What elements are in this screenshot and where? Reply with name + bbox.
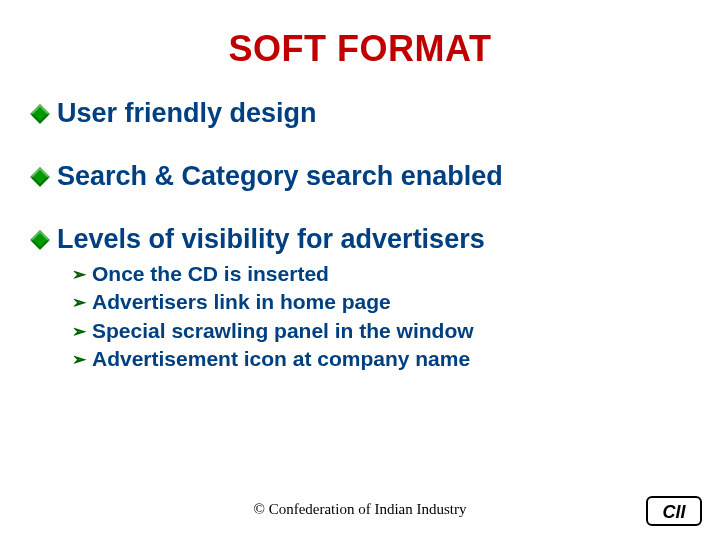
diamond-bullet-icon: [30, 167, 50, 187]
sub-bullet-text: Advertisers link in home page: [92, 289, 391, 315]
sub-bullet-item: ➢ Advertisement icon at company name: [72, 346, 690, 372]
bullet-item: Search & Category search enabled: [30, 161, 690, 192]
cii-logo: CII: [646, 496, 702, 526]
sub-bullet-item: ➢ Advertisers link in home page: [72, 289, 690, 315]
bullet-text: User friendly design: [57, 98, 317, 129]
sub-bullet-text: Once the CD is inserted: [92, 261, 329, 287]
slide: SOFT FORMAT User friendly design Search …: [0, 0, 720, 540]
logo-text: CII: [662, 502, 686, 522]
diamond-bullet-icon: [30, 230, 50, 250]
bullet-item: Levels of visibility for advertisers: [30, 224, 690, 255]
arrow-bullet-icon: ➢: [72, 321, 86, 342]
arrow-bullet-icon: ➢: [72, 264, 86, 285]
sub-bullet-item: ➢ Special scrawling panel in the window: [72, 318, 690, 344]
arrow-bullet-icon: ➢: [72, 292, 86, 313]
footer-copyright: © Confederation of Indian Industry: [0, 501, 720, 518]
diamond-bullet-icon: [30, 104, 50, 124]
slide-title: SOFT FORMAT: [30, 28, 690, 70]
sub-bullet-list: ➢ Once the CD is inserted ➢ Advertisers …: [72, 261, 690, 372]
bullet-text: Levels of visibility for advertisers: [57, 224, 485, 255]
arrow-bullet-icon: ➢: [72, 349, 86, 370]
sub-bullet-text: Special scrawling panel in the window: [92, 318, 474, 344]
sub-bullet-item: ➢ Once the CD is inserted: [72, 261, 690, 287]
bullet-text: Search & Category search enabled: [57, 161, 503, 192]
bullet-item: User friendly design: [30, 98, 690, 129]
sub-bullet-text: Advertisement icon at company name: [92, 346, 470, 372]
